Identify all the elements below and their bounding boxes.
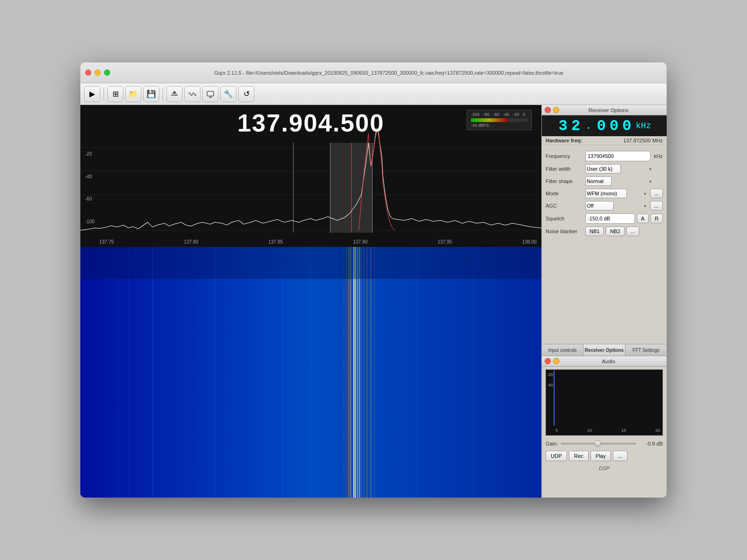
receiver-panel-close[interactable] (545, 107, 551, 113)
squelch-r-button[interactable]: R (651, 214, 663, 223)
nb2-button[interactable]: NB2 (606, 227, 624, 236)
save-button[interactable]: 💾 (143, 86, 159, 102)
svg-rect-13 (357, 247, 358, 498)
filter-width-select[interactable]: User (30 k) 2.5 k 5.0 k 6.0 k 10.0 k (585, 164, 621, 174)
x-label-5: 138.00 (522, 239, 537, 245)
audio-y-labels: -20 -40 (547, 372, 553, 387)
squelch-spinbox[interactable]: ▲ ▼ (585, 213, 635, 224)
receiver-panel-title: Receiver Options (562, 107, 655, 113)
right-panel: Receiver Options 3 2 . 0 0 0 kHz Hardwar… (541, 105, 667, 498)
window-buttons (85, 70, 110, 76)
noise-blanker-row: Noise blanker NB1 NB2 ... (546, 227, 663, 236)
svg-rect-25 (215, 247, 215, 498)
rec-button[interactable]: Rec (569, 451, 589, 461)
squelch-input[interactable] (586, 214, 635, 223)
nb1-button[interactable]: NB1 (585, 227, 604, 236)
audio-panel-titlebar: Audio (542, 356, 667, 367)
noise-blanker-more-button[interactable]: ... (626, 227, 639, 236)
audio-x-5: 5 (556, 428, 558, 433)
freq-digit-1: 3 (557, 117, 569, 135)
noise-blanker-label: Noise blanker (546, 228, 583, 234)
filter-shape-select[interactable]: Normal Narrow Wide (585, 176, 612, 186)
panel-tabs: Input controls Receiver Options FFT Sett… (542, 344, 667, 356)
audio-panel-close[interactable] (545, 358, 551, 364)
audio-x-15: 15 (621, 428, 626, 433)
svg-rect-31 (311, 247, 312, 498)
svg-rect-18 (347, 247, 347, 498)
audio-x-axis: 5 10 15 20 (556, 428, 660, 433)
x-label-0: 137.75 (99, 239, 114, 245)
mode-more-button[interactable]: ... (650, 189, 663, 198)
frequency-spinbox[interactable]: ▲ ▼ (585, 151, 651, 161)
freq-readout[interactable]: 3 2 . 0 0 0 kHz (542, 115, 667, 136)
frequency-label: Frequency (546, 153, 583, 159)
filter-width-row: Filter width User (30 k) 2.5 k 5.0 k 6.0… (546, 164, 663, 174)
audio-x-20: 20 (655, 428, 660, 433)
folder-button[interactable]: 📁 (125, 86, 141, 102)
mode-select-wrapper: WFM (mono) WFM (stereo) AM FM LSB USB (585, 189, 648, 198)
frequency-input[interactable] (586, 151, 651, 161)
gain-slider[interactable] (561, 443, 636, 445)
audio-buttons: UDP Rec Play ... (542, 449, 667, 463)
upload-button[interactable] (166, 86, 182, 102)
grid-button[interactable]: ⊞ (107, 86, 123, 102)
settings-button[interactable]: 🔧 (220, 86, 236, 102)
wave-button[interactable] (184, 86, 200, 102)
close-button[interactable] (85, 70, 91, 76)
hw-freq-row: Hardware freq: 137.872500 MHz (542, 136, 667, 145)
tab-fft-settings[interactable]: FFT Settings (625, 344, 667, 356)
freq-digit-3: 0 (596, 117, 607, 135)
hw-freq-value: 137.872500 MHz (623, 138, 663, 143)
frequency-unit: kHz (654, 153, 663, 159)
mode-select[interactable]: WFM (mono) WFM (stereo) AM FM LSB USB (585, 189, 627, 198)
svg-rect-14 (359, 247, 360, 498)
svg-rect-16 (350, 247, 351, 498)
tab-receiver-options[interactable]: Receiver Options (583, 344, 625, 356)
audio-panel-minimize[interactable] (553, 358, 559, 364)
svg-marker-1 (172, 91, 177, 94)
spectrum-display[interactable]: 137.904.500 -100 -80 -60 -40 -20 0 -34 d… (80, 105, 541, 247)
svg-rect-21 (370, 247, 371, 498)
screen-button[interactable] (202, 86, 218, 102)
filter-shape-select-wrapper: Normal Narrow Wide (585, 176, 653, 186)
tab-input-controls[interactable]: Input controls (542, 344, 583, 356)
squelch-label: Squelch (546, 216, 583, 221)
play-button[interactable]: ▶ (84, 86, 100, 102)
svg-rect-28 (474, 247, 475, 498)
audio-y-label-40: -40 (547, 383, 553, 387)
options-body: Frequency ▲ ▼ kHz Filter width (542, 147, 667, 243)
play-button-audio[interactable]: Play (591, 451, 611, 461)
squelch-a-button[interactable]: A (637, 214, 649, 223)
gain-value: -0.9 dB (639, 441, 663, 446)
x-label-1: 137.80 (184, 239, 199, 245)
main-content: 137.904.500 -100 -80 -60 -40 -20 0 -34 d… (80, 105, 667, 498)
svg-rect-33 (80, 247, 541, 279)
x-label-4: 137.95 (438, 239, 452, 245)
svg-rect-0 (171, 95, 178, 96)
minimize-button[interactable] (95, 70, 101, 76)
squelch-row: Squelch ▲ ▼ A R (546, 213, 663, 224)
audio-more-button[interactable]: ... (613, 451, 627, 461)
audio-y-label-20: -20 (547, 372, 553, 377)
maximize-button[interactable] (104, 70, 110, 76)
svg-rect-23 (344, 247, 344, 498)
refresh-button[interactable]: ↺ (238, 86, 254, 102)
svg-rect-22 (374, 247, 375, 498)
svg-rect-20 (366, 247, 367, 498)
titlebar: Gqrx 2.11.5 - file=/Users/niels/Download… (80, 62, 667, 83)
receiver-panel-titlebar: Receiver Options (542, 105, 667, 115)
svg-rect-12 (355, 247, 356, 498)
audio-display: -20 -40 5 10 15 20 (546, 369, 663, 436)
svg-rect-11 (353, 247, 355, 498)
x-axis: 137.75 137.80 137.85 137.90 137.95 138.0… (99, 239, 537, 245)
mode-row: Mode WFM (mono) WFM (stereo) AM FM LSB U… (546, 189, 663, 198)
udp-button[interactable]: UDP (546, 451, 567, 461)
svg-rect-29 (129, 247, 129, 498)
svg-rect-15 (361, 247, 361, 498)
freq-digit-2: 2 (570, 117, 582, 135)
waterfall[interactable] (80, 247, 541, 498)
agc-more-button[interactable]: ... (650, 201, 663, 210)
frequency-row: Frequency ▲ ▼ kHz (546, 151, 663, 161)
agc-select[interactable]: Off Fast Medium Slow User (585, 201, 614, 210)
receiver-panel-minimize[interactable] (553, 107, 559, 113)
